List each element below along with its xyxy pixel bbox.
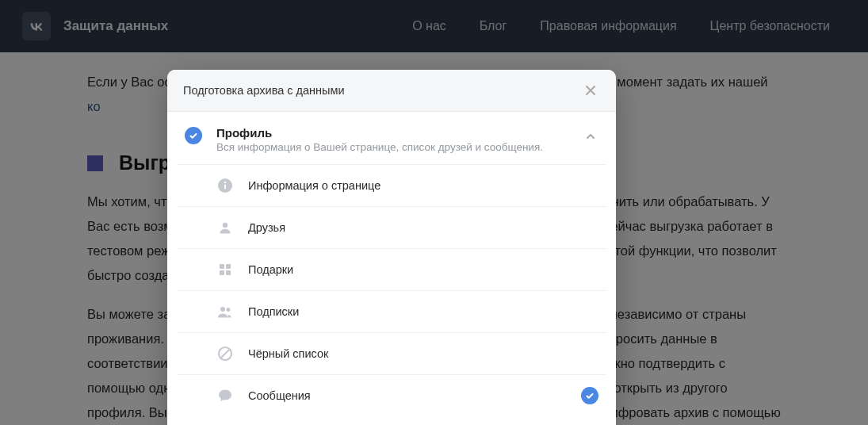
option-blacklist[interactable]: Чёрный список (177, 332, 606, 374)
modal-body: Профиль Вся информация о Вашей странице,… (167, 112, 616, 416)
option-subscriptions[interactable]: Подписки (177, 290, 606, 332)
modal-header: Подготовка архива с данными (167, 70, 616, 112)
user-icon (216, 219, 234, 236)
category-title: Профиль (216, 126, 583, 140)
option-label: Чёрный список (248, 347, 328, 360)
option-label: Информация о странице (248, 179, 380, 192)
option-label: Сообщения (248, 389, 311, 402)
svg-point-2 (224, 182, 226, 183)
info-icon (216, 177, 234, 194)
svg-line-11 (221, 350, 229, 358)
option-label: Подписки (248, 305, 299, 318)
svg-rect-1 (224, 185, 226, 190)
option-gifts[interactable]: Подарки (177, 248, 606, 290)
svg-rect-5 (226, 264, 231, 269)
check-icon (585, 391, 595, 400)
ban-icon (216, 345, 234, 362)
modal-title: Подготовка архива с данными (183, 84, 345, 97)
option-label: Друзья (248, 221, 285, 234)
message-icon (216, 387, 234, 404)
category-info: Профиль Вся информация о Вашей странице,… (216, 126, 583, 153)
svg-rect-4 (220, 264, 224, 269)
close-icon (585, 85, 596, 96)
category-description: Вся информация о Вашей странице, список … (216, 141, 583, 153)
svg-point-8 (220, 307, 225, 312)
users-icon (216, 303, 234, 320)
option-page-info[interactable]: Информация о странице (177, 164, 606, 206)
category-profile[interactable]: Профиль Вся информация о Вашей странице,… (177, 112, 606, 164)
gift-icon (216, 261, 234, 278)
svg-rect-7 (226, 270, 231, 275)
option-label: Подарки (248, 263, 293, 276)
option-messages[interactable]: Сообщения (177, 374, 606, 416)
export-modal: Подготовка архива с данными Профиль Вся … (167, 70, 616, 425)
close-button[interactable] (581, 81, 600, 100)
option-checkbox[interactable] (581, 387, 598, 404)
check-icon (189, 131, 198, 140)
collapse-toggle[interactable] (583, 128, 598, 144)
svg-rect-6 (220, 270, 224, 275)
chevron-up-icon (585, 131, 596, 142)
svg-point-3 (223, 223, 228, 228)
svg-point-9 (227, 308, 231, 312)
category-checkbox[interactable] (185, 127, 202, 144)
option-friends[interactable]: Друзья (177, 206, 606, 248)
